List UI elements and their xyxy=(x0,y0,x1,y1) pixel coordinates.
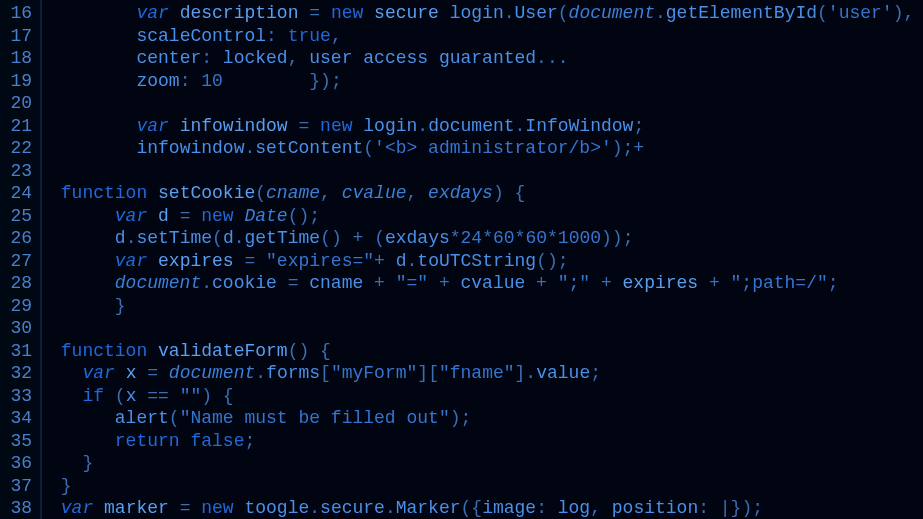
code-token: 1000 xyxy=(558,228,601,248)
code-token: ... xyxy=(536,48,568,68)
code-line[interactable] xyxy=(50,160,923,183)
code-line[interactable]: var description = new secure login.User(… xyxy=(50,2,923,25)
code-line[interactable]: } xyxy=(50,295,923,318)
code-token: image xyxy=(482,498,536,518)
code-token: d xyxy=(115,228,126,248)
code-token: x xyxy=(126,386,137,406)
code-token: . xyxy=(655,3,666,23)
code-token: : xyxy=(201,48,223,68)
code-line[interactable]: var x = document.forms["myForm"]["fname"… xyxy=(50,362,923,385)
code-token: document xyxy=(428,116,514,136)
code-token: [ xyxy=(320,363,331,383)
code-token: = xyxy=(136,363,168,383)
code-token: var xyxy=(61,498,104,518)
code-line[interactable] xyxy=(50,92,923,115)
code-token: value xyxy=(536,363,590,383)
code-token: ( xyxy=(817,3,828,23)
code-token: ";path=/" xyxy=(731,273,828,293)
code-token: . xyxy=(244,138,255,158)
code-line[interactable]: } xyxy=(50,475,923,498)
code-token: 60 xyxy=(493,228,515,248)
code-token: ( xyxy=(212,228,223,248)
line-number: 21 xyxy=(4,115,32,138)
code-token: function xyxy=(61,341,158,361)
code-token: new xyxy=(331,3,374,23)
code-token: getElementById xyxy=(666,3,817,23)
code-line[interactable]: zoom: 10 }); xyxy=(50,70,923,93)
code-token: 'user' xyxy=(828,3,893,23)
code-token: . xyxy=(126,228,137,248)
code-token: setTime xyxy=(136,228,212,248)
line-number: 27 xyxy=(4,250,32,273)
code-token: , xyxy=(331,26,342,46)
code-token: : xyxy=(536,498,558,518)
code-token: toUTCString xyxy=(417,251,536,271)
code-token: toogle xyxy=(244,498,309,518)
code-token: + xyxy=(428,273,460,293)
code-token: ][ xyxy=(417,363,439,383)
code-token: ) { xyxy=(493,183,525,203)
code-token: = xyxy=(169,498,201,518)
code-token: new xyxy=(201,498,244,518)
code-line[interactable]: if (x == "") { xyxy=(50,385,923,408)
line-number: 38 xyxy=(4,497,32,519)
code-token: Date xyxy=(244,206,287,226)
code-line[interactable]: } xyxy=(50,452,923,475)
code-token: marker xyxy=(104,498,169,518)
code-token: + xyxy=(590,273,622,293)
code-line[interactable]: infowindow.setContent('<b> administrator… xyxy=(50,137,923,160)
code-line[interactable]: center: locked, user access guaranted... xyxy=(50,47,923,70)
code-token: , xyxy=(320,183,342,203)
code-line[interactable]: var infowindow = new login.document.Info… xyxy=(50,115,923,138)
code-token: } xyxy=(61,476,72,496)
code-line[interactable]: function setCookie(cname, cvalue, exdays… xyxy=(50,182,923,205)
code-token: );+ xyxy=(612,138,644,158)
code-token: * xyxy=(515,228,526,248)
code-token: . xyxy=(385,498,396,518)
code-token: "expires=" xyxy=(266,251,374,271)
code-token: var xyxy=(115,251,158,271)
code-line[interactable]: alert("Name must be filled out"); xyxy=(50,407,923,430)
code-token: ; xyxy=(244,431,255,451)
code-token: cvalue xyxy=(461,273,526,293)
line-number: 28 xyxy=(4,272,32,295)
code-line[interactable]: function validateForm() { xyxy=(50,340,923,363)
code-line[interactable]: d.setTime(d.getTime() + (exdays*24*60*60… xyxy=(50,227,923,250)
code-token: var xyxy=(136,116,179,136)
code-area[interactable]: var description = new secure login.User(… xyxy=(42,0,923,519)
code-token: = xyxy=(169,206,201,226)
code-token: user access guaranted xyxy=(309,48,536,68)
code-token: * xyxy=(482,228,493,248)
code-token: infowindow xyxy=(136,138,244,158)
code-token: : xyxy=(266,26,288,46)
code-token: "=" xyxy=(396,273,428,293)
code-token: = xyxy=(277,273,309,293)
code-line[interactable]: var expires = "expires="+ d.toUTCString(… xyxy=(50,250,923,273)
code-token: InfoWindow xyxy=(525,116,633,136)
code-token: . xyxy=(515,116,526,136)
code-token: . xyxy=(234,228,245,248)
code-token: (); xyxy=(536,251,568,271)
code-token: login xyxy=(450,3,504,23)
code-line[interactable]: scaleControl: true, xyxy=(50,25,923,48)
code-token: = xyxy=(288,116,320,136)
code-line[interactable]: document.cookie = cname + "=" + cvalue +… xyxy=(50,272,923,295)
code-line[interactable]: return false; xyxy=(50,430,923,453)
code-token: User xyxy=(515,3,558,23)
code-token: . xyxy=(309,498,320,518)
line-number: 17 xyxy=(4,25,32,48)
line-number: 32 xyxy=(4,362,32,385)
line-number: 35 xyxy=(4,430,32,453)
code-editor[interactable]: 1617181920212223242526272829303132333435… xyxy=(0,0,923,519)
code-token: return xyxy=(115,431,191,451)
code-token: login xyxy=(363,116,417,136)
code-token: . xyxy=(201,273,212,293)
code-token: true xyxy=(288,26,331,46)
code-token: () { xyxy=(288,341,331,361)
code-line[interactable] xyxy=(50,317,923,340)
code-line[interactable]: var marker = new toogle.secure.Marker({i… xyxy=(50,497,923,519)
code-token: exdays xyxy=(428,183,493,203)
code-token: , xyxy=(407,183,429,203)
code-token: ( xyxy=(558,3,569,23)
code-line[interactable]: var d = new Date(); xyxy=(50,205,923,228)
